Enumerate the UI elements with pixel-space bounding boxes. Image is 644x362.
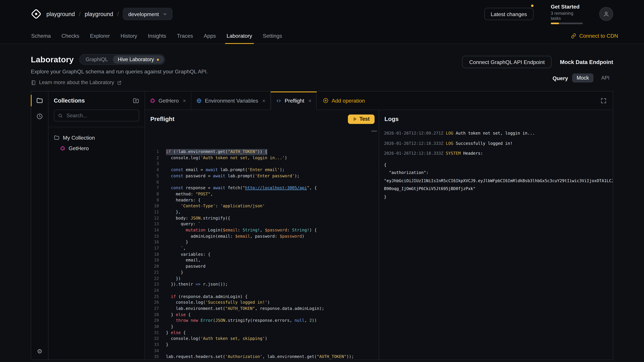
learn-more-link[interactable]: Learn more about the Laboratory — [31, 80, 122, 85]
close-icon[interactable]: × — [183, 97, 186, 104]
mode-option-hive-laboratory[interactable]: Hive Laboratory — [113, 55, 164, 64]
tab-label: Environment Variables — [205, 97, 258, 104]
log-payload-line: "authorization": — [384, 169, 608, 177]
code-line[interactable]: 4 const email = await lab.prompt('Enter … — [145, 167, 378, 173]
code-line[interactable]: 16 } — [145, 240, 378, 246]
hive-logo-icon[interactable] — [31, 8, 42, 19]
collection-folder-my-collection[interactable]: My Collection — [54, 132, 139, 143]
code-line[interactable]: 11 }, — [145, 209, 378, 215]
book-icon — [31, 80, 36, 85]
code-line[interactable]: 3 — [145, 161, 378, 167]
test-button[interactable]: Test — [348, 114, 375, 124]
nav-tab-traces[interactable]: Traces — [172, 28, 198, 43]
code-line[interactable]: 22 }) — [145, 276, 378, 282]
get-started-progress-fill — [551, 23, 559, 24]
editor-scrollbar-thumb[interactable] — [371, 131, 377, 132]
breadcrumb: playground / playground / development — [46, 8, 172, 20]
mode-option-graphiql[interactable]: GraphiQL — [81, 55, 113, 64]
rail-active-indicator — [31, 95, 32, 106]
history-icon[interactable] — [36, 113, 43, 120]
code-line[interactable]: 35lab.request.headers.set('Authorization… — [145, 354, 378, 360]
breadcrumb-separator: / — [79, 11, 81, 17]
page-subtitle: Explore your GraphQL schema and run quer… — [31, 68, 208, 75]
globe-icon — [196, 98, 202, 103]
endpoint-option-api[interactable]: API — [598, 73, 613, 82]
code-line[interactable]: 8 method: "POST", — [145, 191, 378, 197]
link-icon — [571, 33, 576, 38]
mode-hive-label: Hive Laboratory — [118, 57, 154, 62]
code-line[interactable]: 23 }).then(r => r.json()); — [145, 282, 378, 288]
code-line[interactable]: 18 variables: { — [145, 252, 378, 258]
code-line[interactable]: 25 if (response.data.adminLogin) { — [145, 294, 378, 300]
code-line[interactable]: 28 } else { — [145, 312, 378, 318]
mock-data-endpoint-button[interactable]: Mock Data Endpoint — [560, 59, 613, 65]
connect-graphql-endpoint-button[interactable]: Connect GraphQL API Endpoint — [462, 56, 552, 68]
graphql-icon — [150, 98, 155, 103]
nav-tab-insights[interactable]: Insights — [142, 28, 172, 43]
close-icon[interactable]: × — [308, 97, 312, 104]
nav-tab-schema[interactable]: Schema — [26, 28, 56, 43]
breadcrumb-project[interactable]: playground — [85, 11, 113, 17]
fullscreen-icon[interactable] — [594, 91, 613, 110]
code-line[interactable]: 7 const response = await fetch("http://l… — [145, 185, 378, 191]
cdn-link-label: Connect to CDN — [579, 33, 618, 39]
search-input[interactable] — [66, 112, 135, 119]
main-nav: Schema Checks Explorer History Insights … — [0, 28, 644, 44]
code-line[interactable]: 14 mutation Login($email: String!, $pass… — [145, 227, 378, 233]
latest-changes-button[interactable]: Latest changes — [484, 8, 534, 20]
tab-gethero[interactable]: GetHero × — [145, 91, 191, 110]
target-selector[interactable]: development — [123, 8, 172, 20]
code-line[interactable]: 15 adminLogin(email: $email, password: $… — [145, 233, 378, 240]
logs-title: Logs — [384, 116, 399, 122]
get-started-widget[interactable]: Get Started 3 remaining tasks — [551, 4, 583, 24]
collections-title: Collections — [54, 97, 85, 104]
add-operation-button[interactable]: Add operation — [317, 91, 371, 110]
tab-environment-variables[interactable]: Environment Variables × — [191, 91, 271, 110]
gear-icon[interactable]: ⚙ — [37, 349, 42, 355]
code-line[interactable]: 17 `, — [145, 246, 378, 252]
collections-sidebar: Collections My Collection — [48, 91, 145, 360]
user-avatar[interactable] — [599, 7, 613, 21]
notification-dot — [531, 4, 534, 7]
code-line[interactable]: 34 — [145, 348, 378, 354]
nav-tab-checks[interactable]: Checks — [56, 28, 85, 43]
code-line[interactable]: 13 query: ` — [145, 221, 378, 227]
code-line[interactable]: 12 body: JSON.stringify({ — [145, 215, 378, 221]
code-line[interactable]: 2 console.log('Auth token not set, loggi… — [145, 155, 378, 161]
nav-tab-apps[interactable]: Apps — [198, 28, 221, 43]
code-line[interactable]: 9 headers: { — [145, 197, 378, 203]
tab-label: Preflight — [285, 97, 304, 104]
code-line[interactable]: 5 const password = await lab.prompt('Ent… — [145, 173, 378, 179]
code-line[interactable]: 24 — [145, 288, 378, 294]
code-line[interactable]: 20 password — [145, 264, 378, 270]
nav-tab-history[interactable]: History — [115, 28, 142, 43]
code-line[interactable]: 10 'Content-Type': 'application/json' — [145, 203, 378, 209]
code-line[interactable]: 19 email, — [145, 258, 378, 264]
preflight-code-editor[interactable]: 1if (!lab.environment.get("AUTH_TOKEN"))… — [145, 128, 378, 360]
code-line[interactable]: 21 } — [145, 270, 378, 276]
workspace: GetHero × Environment Variables × Prefli… — [145, 91, 613, 360]
endpoint-option-mock[interactable]: Mock — [572, 73, 593, 82]
connect-to-cdn-link[interactable]: Connect to CDN — [571, 28, 618, 43]
folder-icon — [54, 135, 60, 140]
code-line[interactable]: 6 — [145, 179, 378, 185]
new-collection-icon[interactable] — [133, 97, 139, 104]
collection-item-gethero[interactable]: GetHero — [60, 143, 139, 153]
get-started-progress-track — [551, 23, 583, 24]
nav-tab-explorer[interactable]: Explorer — [85, 28, 115, 43]
nav-tab-laboratory[interactable]: Laboratory — [221, 28, 258, 43]
code-line[interactable]: 26 console.log('Successfully logged in!'… — [145, 300, 378, 306]
code-line[interactable]: 30 } — [145, 324, 378, 330]
code-line[interactable]: 1if (!lab.environment.get("AUTH_TOKEN"))… — [145, 149, 378, 155]
breadcrumb-org[interactable]: playground — [46, 11, 75, 17]
collections-icon[interactable] — [36, 97, 43, 104]
code-line[interactable]: 31} else { — [145, 330, 378, 336]
code-line[interactable]: 33} — [145, 342, 378, 348]
log-entries: 2026-01-26T12:12:09.271Z LOG Auth token … — [379, 128, 613, 360]
close-icon[interactable]: × — [262, 97, 266, 104]
code-line[interactable]: 32 console.log('Auth token set, skipping… — [145, 336, 378, 342]
nav-tab-settings[interactable]: Settings — [258, 28, 288, 43]
code-line[interactable]: 29 throw new Error(JSON.stringify(respon… — [145, 318, 378, 324]
tab-preflight[interactable]: Preflight × — [271, 91, 317, 110]
code-line[interactable]: 27 lab.environment.set("AUTH_TOKEN", res… — [145, 306, 378, 312]
